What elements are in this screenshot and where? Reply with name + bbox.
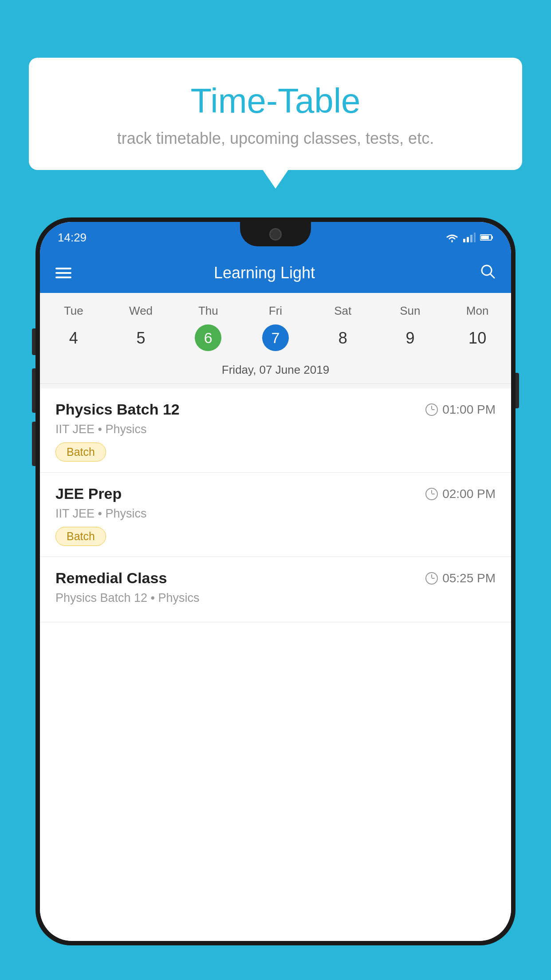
search-button[interactable] [480,263,496,283]
day-10[interactable]: 10 [444,324,511,352]
phone-container: 14:29 [35,217,516,980]
day-header-sun: Sun [377,302,444,320]
speech-bubble: Time-Table track timetable, upcoming cla… [29,58,522,170]
volume-button-right [516,373,519,408]
menu-button[interactable] [55,268,71,278]
svg-rect-6 [481,236,489,239]
schedule-item-3-header: Remedial Class 05:25 PM [55,569,496,587]
svg-rect-1 [467,237,469,242]
svg-line-8 [490,274,494,278]
calendar-strip: Tue Wed Thu Fri Sat Sun Mon 4 5 6 7 8 9 … [40,293,511,388]
day-header-wed: Wed [107,302,175,320]
wifi-icon [445,233,459,242]
day-header-tue: Tue [40,302,107,320]
day-7-selected[interactable]: 7 [262,324,289,351]
schedule-item-1[interactable]: Physics Batch 12 01:00 PM IIT JEE • Phys… [40,388,511,473]
day-4[interactable]: 4 [40,324,107,352]
phone-outer: 14:29 [35,217,516,945]
schedule-item-1-time-text: 01:00 PM [442,403,496,417]
day-header-thu: Thu [174,302,242,320]
schedule-list: Physics Batch 12 01:00 PM IIT JEE • Phys… [40,388,511,941]
day-headers: Tue Wed Thu Fri Sat Sun Mon [40,302,511,320]
clock-icon-2 [425,488,438,500]
day-6-today[interactable]: 6 [195,324,221,351]
day-header-mon: Mon [444,302,511,320]
schedule-item-1-time: 01:00 PM [425,403,496,417]
speech-bubble-container: Time-Table track timetable, upcoming cla… [29,58,522,170]
day-9[interactable]: 9 [377,324,444,352]
schedule-item-3-time: 05:25 PM [425,571,496,585]
front-camera [269,228,282,241]
day-5[interactable]: 5 [107,324,175,352]
signal-icon [463,233,476,242]
schedule-item-3-title: Remedial Class [55,569,167,587]
day-numbers: 4 5 6 7 8 9 10 [40,324,511,352]
power-button [32,328,35,355]
clock-icon-3 [425,572,438,585]
schedule-item-2-badge: Batch [55,527,106,546]
schedule-item-1-badge: Batch [55,443,106,462]
schedule-item-2-header: JEE Prep 02:00 PM [55,485,496,502]
schedule-item-3[interactable]: Remedial Class 05:25 PM Physics Batch 12… [40,557,511,622]
volume-down-button [32,422,35,466]
phone-screen: 14:29 [40,222,511,941]
schedule-item-2-time: 02:00 PM [425,487,496,501]
schedule-item-2-subtitle: IIT JEE • Physics [55,507,496,521]
schedule-item-1-subtitle: IIT JEE • Physics [55,423,496,436]
status-bar: 14:29 [40,222,511,253]
status-time: 14:29 [58,231,87,245]
day-header-fri: Fri [242,302,309,320]
svg-rect-5 [492,236,493,239]
selected-date-label: Friday, 07 June 2019 [40,359,511,384]
bubble-subtitle: track timetable, upcoming classes, tests… [47,129,504,148]
clock-icon-1 [425,403,438,416]
svg-rect-2 [470,235,472,242]
schedule-item-2[interactable]: JEE Prep 02:00 PM IIT JEE • Physics Batc… [40,473,511,557]
bubble-title: Time-Table [47,82,504,120]
svg-rect-3 [474,233,476,242]
day-header-sat: Sat [309,302,377,320]
schedule-item-3-subtitle: Physics Batch 12 • Physics [55,591,496,605]
app-title: Learning Light [85,264,444,282]
schedule-item-1-header: Physics Batch 12 01:00 PM [55,401,496,418]
schedule-item-2-title: JEE Prep [55,485,122,502]
status-icons [445,233,493,242]
notch [240,222,311,246]
schedule-item-1-title: Physics Batch 12 [55,401,180,418]
day-8[interactable]: 8 [309,324,377,352]
schedule-item-2-time-text: 02:00 PM [442,487,496,501]
battery-icon [480,234,493,241]
svg-rect-0 [463,239,465,242]
volume-up-button [32,368,35,413]
app-toolbar: Learning Light [40,253,511,293]
schedule-item-3-time-text: 05:25 PM [442,571,496,585]
